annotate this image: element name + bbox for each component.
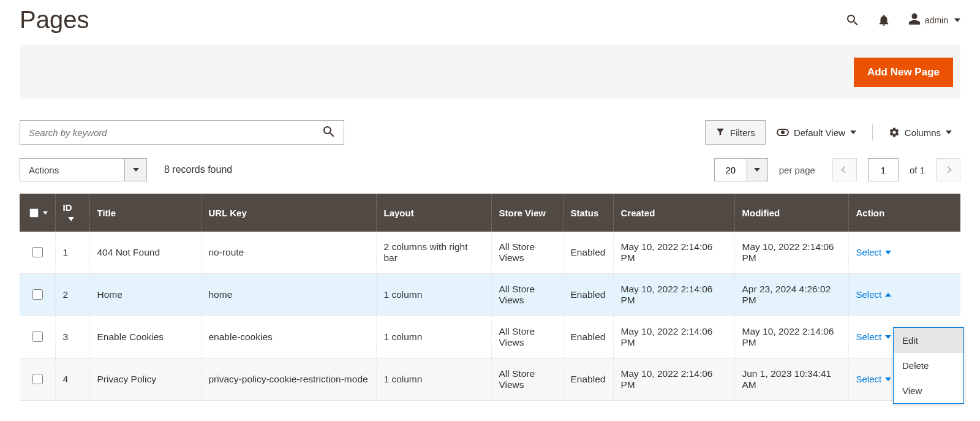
cell-store: All Store Views [491, 232, 563, 274]
funnel-icon [715, 127, 725, 138]
cell-created: May 10, 2022 2:14:06 PM [613, 274, 734, 316]
add-new-page-button[interactable]: Add New Page [854, 58, 953, 87]
pages-table: ID Title URL Key Layout Store View Statu… [20, 194, 960, 401]
cell-url: enable-cookies [201, 316, 376, 358]
cell-modified: Jun 1, 2023 10:34:41 AM [734, 358, 848, 401]
col-header-status[interactable]: Status [563, 194, 613, 232]
select-all-checkbox[interactable] [29, 208, 39, 218]
next-page-button[interactable] [936, 158, 960, 181]
columns-button[interactable]: Columns [880, 121, 960, 143]
cell-url: no-route [201, 232, 376, 274]
separator [872, 124, 873, 140]
row-action-select[interactable]: Select [856, 374, 892, 384]
cell-created: May 10, 2022 2:14:06 PM [613, 358, 734, 401]
chevron-down-icon [754, 168, 760, 172]
cell-id: 2 [55, 274, 89, 316]
search-submit-icon[interactable] [322, 124, 336, 141]
cell-status: Enabled [563, 274, 613, 316]
cell-store: All Store Views [491, 358, 563, 401]
cell-modified: May 10, 2022 2:14:06 PM [734, 232, 848, 274]
table-row: 1 404 Not Found no-route 2 columns with … [20, 232, 960, 274]
col-header-modified[interactable]: Modified [734, 194, 848, 232]
chevron-up-icon [885, 293, 891, 297]
cell-title: Home [89, 274, 201, 316]
cell-created: May 10, 2022 2:14:06 PM [613, 316, 734, 358]
gear-icon [889, 127, 900, 138]
cell-title: Privacy Policy [89, 358, 201, 401]
user-menu[interactable]: admin [908, 12, 960, 28]
table-row: 3 Enable Cookies enable-cookies 1 column… [20, 316, 960, 358]
chevron-down-icon [850, 131, 856, 134]
table-row: 4 Privacy Policy privacy-policy-cookie-r… [20, 358, 960, 401]
col-header-store[interactable]: Store View [491, 194, 563, 232]
chevron-down-icon [885, 377, 891, 381]
select-all-toggle[interactable] [43, 211, 48, 214]
default-view-label: Default View [794, 127, 845, 138]
search-input-wrap [20, 120, 344, 145]
cell-store: All Store Views [491, 316, 563, 358]
chevron-left-icon [841, 166, 848, 173]
action-menu-edit[interactable]: Edit [894, 328, 963, 353]
chevron-right-icon [944, 166, 951, 173]
cell-id: 4 [55, 358, 89, 401]
user-icon [908, 12, 921, 28]
page-of-label: of 1 [910, 165, 925, 175]
table-row: 2 Home home 1 column All Store Views Ena… [20, 274, 960, 316]
cell-layout: 1 column [376, 274, 491, 316]
col-header-title[interactable]: Title [89, 194, 201, 232]
search-input[interactable] [28, 127, 322, 138]
sort-arrow-icon [68, 217, 74, 221]
cell-layout: 1 column [376, 358, 491, 401]
cell-created: May 10, 2022 2:14:06 PM [613, 232, 734, 274]
per-page-selector [714, 158, 768, 181]
user-name: admin [925, 15, 948, 25]
per-page-label: per page [779, 165, 815, 175]
row-action-select[interactable]: Select [856, 247, 892, 257]
eye-icon [777, 129, 789, 136]
per-page-toggle[interactable] [747, 159, 767, 181]
records-count: 8 records found [164, 164, 232, 175]
cell-store: All Store Views [491, 274, 563, 316]
filters-button[interactable]: Filters [705, 120, 766, 145]
row-checkbox[interactable] [32, 289, 43, 300]
columns-label: Columns [905, 127, 941, 138]
page-input[interactable] [868, 158, 899, 181]
cell-status: Enabled [563, 232, 613, 274]
cell-id: 1 [55, 232, 89, 274]
cell-modified: Apr 23, 2024 4:26:02 PM [734, 274, 848, 316]
col-header-layout[interactable]: Layout [376, 194, 491, 232]
row-action-select[interactable]: Select [856, 332, 892, 342]
col-header-action[interactable]: Action [848, 194, 960, 232]
chevron-down-icon [946, 131, 952, 134]
cell-status: Enabled [563, 358, 613, 401]
page-title: Pages [20, 6, 89, 34]
cell-id: 3 [55, 316, 89, 358]
per-page-input[interactable] [715, 159, 747, 181]
row-action-select[interactable]: Select [856, 289, 892, 300]
row-checkbox[interactable] [32, 374, 43, 384]
col-header-id[interactable]: ID [55, 194, 89, 232]
chevron-down-icon [133, 168, 139, 172]
chevron-down-icon [885, 335, 891, 339]
cell-layout: 2 columns with right bar [376, 232, 491, 274]
action-menu: Edit Delete View [893, 327, 964, 404]
chevron-down-icon [885, 251, 891, 254]
search-icon[interactable] [845, 13, 860, 28]
prev-page-button[interactable] [832, 158, 857, 181]
col-header-created[interactable]: Created [613, 194, 734, 232]
bell-icon[interactable] [877, 13, 891, 27]
action-menu-view[interactable]: View [894, 378, 963, 403]
actions-dropdown[interactable]: Actions [20, 158, 147, 181]
cell-title: 404 Not Found [89, 232, 201, 274]
col-header-url[interactable]: URL Key [201, 194, 376, 232]
action-menu-delete[interactable]: Delete [894, 353, 963, 378]
actions-dropdown-toggle[interactable] [124, 159, 146, 181]
row-checkbox[interactable] [32, 332, 43, 342]
default-view-button[interactable]: Default View [768, 122, 865, 143]
row-checkbox[interactable] [32, 247, 43, 257]
cell-status: Enabled [563, 316, 613, 358]
cell-modified: May 10, 2022 2:14:06 PM [734, 316, 848, 358]
cell-url: privacy-policy-cookie-restriction-mode [201, 358, 376, 401]
cell-url: home [201, 274, 376, 316]
cell-title: Enable Cookies [89, 316, 201, 358]
